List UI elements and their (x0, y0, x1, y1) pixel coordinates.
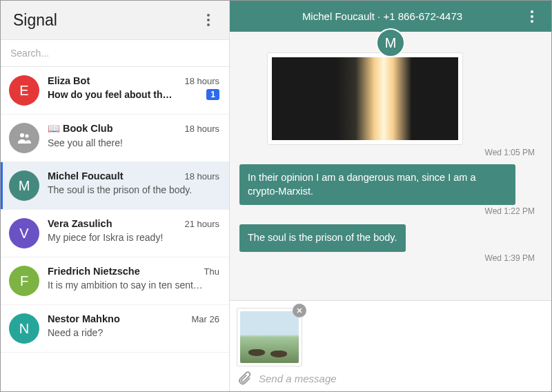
conversation-name: Michel Foucault (48, 170, 179, 182)
chat-pane: Michel Foucault · +1 866-672-4473 M Wed … (230, 1, 551, 391)
message-timestamp: Wed 1:39 PM (485, 253, 542, 263)
messages-area: Wed 1:05 PMIn their opinion I am a dange… (230, 32, 551, 300)
conversation-time: Mar 26 (192, 314, 219, 324)
conversation-name: Nestor Mahkno (48, 313, 186, 324)
compose-row (237, 371, 544, 386)
attachment-thumbnail (240, 311, 299, 363)
avatar: F (9, 266, 39, 296)
conversation-time: 21 hours (184, 219, 219, 229)
conversation-list: EEliza Bot18 hoursHow do you feel about … (1, 67, 229, 391)
conversation-preview: Need a ride? (48, 327, 219, 338)
avatar: M (376, 28, 405, 57)
chat-header-title: Michel Foucault · +1 866-672-4473 (241, 10, 524, 22)
message-timestamp: Wed 1:22 PM (485, 206, 542, 216)
conversation-time: Thu (204, 266, 219, 277)
conversation-name: Eliza Bot (48, 75, 179, 86)
conversation-preview: My piece for Iskra is ready! (48, 232, 219, 243)
search-wrap (1, 39, 229, 67)
conversation-preview: The soul is the prison of the body. (48, 184, 219, 195)
sidebar: Signal EEliza Bot18 hoursHow do you feel… (1, 1, 230, 391)
chat-more-icon[interactable] (524, 8, 540, 25)
conversation-item[interactable]: NNestor MahknoMar 26Need a ride? (1, 305, 229, 353)
svg-point-1 (26, 135, 29, 138)
conversation-preview: It is my ambition to say in ten sent… (48, 280, 219, 291)
app-title: Signal (13, 11, 200, 30)
conversation-item[interactable]: 📖 Book Club18 hoursSee you all there! (1, 115, 229, 162)
svg-point-0 (20, 133, 24, 137)
conversation-item[interactable]: EEliza Bot18 hoursHow do you feel about … (1, 67, 229, 115)
paperclip-icon[interactable] (237, 371, 252, 386)
unread-badge: 1 (206, 89, 219, 100)
avatar: E (9, 75, 39, 106)
conversation-name: Friedrich Nietzsche (48, 266, 199, 277)
message-bubble[interactable]: In their opinion I am a dangerous man, s… (239, 164, 515, 205)
conversation-item[interactable]: MMichel Foucault18 hoursThe soul is the … (1, 162, 229, 210)
conversation-preview: How do you feel about th… (48, 89, 201, 100)
avatar: V (9, 218, 39, 248)
message-timestamp: Wed 1:05 PM (239, 148, 542, 157)
close-icon[interactable] (293, 304, 306, 317)
compose-area (230, 300, 551, 391)
chat-header: Michel Foucault · +1 866-672-4473 (230, 1, 551, 32)
chat-contact-name: Michel Foucault (302, 10, 375, 22)
sidebar-header: Signal (1, 1, 229, 39)
avatar (9, 123, 39, 153)
conversation-time: 18 hours (184, 171, 219, 182)
conversation-time: 18 hours (184, 124, 219, 134)
search-input[interactable] (1, 40, 229, 66)
message-input[interactable] (259, 373, 544, 384)
avatar: N (9, 313, 39, 344)
avatar: M (9, 170, 39, 201)
conversation-item[interactable]: VVera Zasulich21 hoursMy piece for Iskra… (1, 210, 229, 257)
message-bubble[interactable]: The soul is the prison of the body. (239, 224, 406, 252)
sidebar-more-icon[interactable] (200, 12, 217, 28)
conversation-time: 18 hours (184, 76, 219, 86)
conversation-preview: See you all there! (48, 137, 219, 148)
chat-contact-phone: +1 866-672-4473 (383, 10, 462, 22)
conversation-item[interactable]: FFriedrich NietzscheThuIt is my ambition… (1, 257, 229, 305)
conversation-name: 📖 Book Club (48, 123, 179, 135)
attachment-preview[interactable] (237, 308, 302, 366)
message-image[interactable] (267, 52, 463, 145)
chat-header-avatar[interactable]: M (376, 28, 405, 57)
app-root: Signal EEliza Bot18 hoursHow do you feel… (0, 0, 552, 392)
conversation-name: Vera Zasulich (48, 218, 179, 229)
